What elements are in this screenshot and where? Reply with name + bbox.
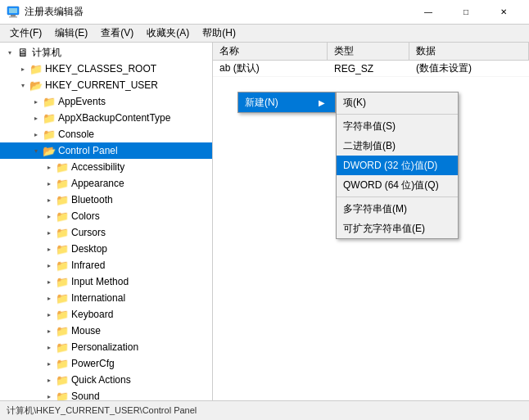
expand-bluetooth[interactable]: [43, 193, 56, 206]
tree-node-accessibility[interactable]: 📁 Accessibility: [0, 159, 212, 175]
tree-label-cursors: Cursors: [71, 227, 106, 238]
right-panel: 名称 类型 数据 ab (默认) REG_SZ (数值未设置) 新建(N) ▶: [213, 43, 529, 400]
tree-node-input-method[interactable]: 📁 Input Method: [0, 273, 212, 290]
menu-view[interactable]: 查看(V): [94, 25, 140, 43]
computer-icon: 🖥: [16, 46, 29, 59]
tree-node-bluetooth[interactable]: 📁 Bluetooth: [0, 192, 212, 208]
app-icon: [7, 6, 20, 19]
expand-quick-actions[interactable]: [43, 373, 56, 386]
window-controls: — □ ✕: [409, 0, 522, 25]
folder-icon-appevents: 📁: [43, 95, 56, 108]
expand-powercfg[interactable]: [43, 357, 56, 370]
maximize-button[interactable]: □: [447, 0, 485, 25]
tree-node-personalization[interactable]: 📁 Personalization: [0, 339, 212, 355]
expand-appevents[interactable]: [29, 95, 43, 108]
window-title: 注册表编辑器: [25, 5, 409, 19]
tree-node-control-panel[interactable]: 📂 Control Panel: [0, 142, 212, 159]
tree-node-powercfg[interactable]: 📁 PowerCfg: [0, 355, 212, 372]
tree-label-appx: AppXBackupContentType: [58, 112, 170, 124]
expand-sound[interactable]: [43, 390, 56, 400]
expand-mouse[interactable]: [43, 324, 56, 337]
tree-node-colors[interactable]: 📁 Colors: [0, 208, 212, 224]
cell-data-default: (数值未设置): [409, 61, 529, 75]
close-button[interactable]: ✕: [485, 0, 522, 25]
tree-label-infrared: Infrared: [71, 260, 105, 271]
expand-classes-root[interactable]: [16, 62, 29, 75]
tree-node-international[interactable]: 📁 International: [0, 290, 212, 306]
folder-icon-classes-root: 📁: [29, 62, 43, 75]
expand-cursors[interactable]: [43, 226, 56, 239]
tree-label-mouse: Mouse: [71, 325, 101, 336]
menu-favorites[interactable]: 收藏夹(A): [140, 25, 196, 43]
header-name: 名称: [213, 43, 328, 61]
tree-label-console: Console: [58, 129, 94, 140]
folder-icon-powercfg: 📁: [56, 357, 69, 370]
menu-file[interactable]: 文件(F): [3, 25, 48, 43]
header-data: 数据: [409, 43, 529, 61]
tree-label-current-user: HKEY_CURRENT_USER: [45, 79, 158, 91]
expand-console[interactable]: [29, 128, 43, 141]
svg-rect-2: [11, 15, 16, 16]
tree-label-personalization: Personalization: [71, 341, 138, 353]
tree-label-appevents: AppEvents: [58, 96, 106, 107]
expand-infrared[interactable]: [43, 259, 56, 272]
folder-icon-console: 📁: [43, 128, 56, 141]
table-row[interactable]: ab (默认) REG_SZ (数值未设置): [213, 61, 529, 77]
tree-node-appevents[interactable]: 📁 AppEvents: [0, 93, 212, 110]
expand-control-panel[interactable]: [29, 144, 43, 157]
tree-label-powercfg: PowerCfg: [71, 358, 115, 369]
tree-node-console[interactable]: 📁 Console: [0, 126, 212, 142]
table-header: 名称 类型 数据: [213, 43, 529, 61]
expand-accessibility[interactable]: [43, 160, 56, 174]
tree-node-desktop[interactable]: 📁 Desktop: [0, 241, 212, 257]
menu-edit[interactable]: 编辑(E): [48, 25, 94, 43]
folder-icon-quick-actions: 📁: [56, 373, 69, 386]
tree-label-appearance: Appearance: [71, 178, 124, 189]
tree-label-accessibility: Accessibility: [71, 161, 124, 173]
tree-node-quick-actions[interactable]: 📁 Quick Actions: [0, 372, 212, 388]
tree-panel[interactable]: 🖥 计算机 📁 HKEY_CLASSES_ROOT 📂 HKEY_CURRENT…: [0, 43, 213, 400]
title-bar: 注册表编辑器 — □ ✕: [0, 0, 529, 25]
expand-computer[interactable]: [3, 46, 16, 59]
tree-node-keyboard[interactable]: 📁 Keyboard: [0, 306, 212, 323]
expand-keyboard[interactable]: [43, 308, 56, 321]
expand-personalization[interactable]: [43, 341, 56, 354]
tree-node-computer[interactable]: 🖥 计算机: [0, 44, 212, 61]
tree-label-sound: Sound: [71, 391, 100, 400]
folder-icon-cursors: 📁: [56, 226, 69, 239]
header-type: 类型: [328, 43, 409, 61]
tree-label-classes-root: HKEY_CLASSES_ROOT: [45, 63, 156, 75]
folder-icon-bluetooth: 📁: [56, 193, 69, 206]
expand-current-user[interactable]: [16, 79, 29, 92]
tree-label-international: International: [71, 292, 125, 304]
folder-icon-infrared: 📁: [56, 259, 69, 272]
minimize-button[interactable]: —: [409, 0, 447, 25]
tree-node-cursors[interactable]: 📁 Cursors: [0, 224, 212, 241]
menu-bar: 文件(F) 编辑(E) 查看(V) 收藏夹(A) 帮助(H): [0, 25, 529, 43]
folder-icon-colors: 📁: [56, 210, 69, 223]
tree-label-input-method: Input Method: [71, 276, 129, 287]
expand-appx[interactable]: [29, 111, 43, 124]
tree-node-infrared[interactable]: 📁 Infrared: [0, 257, 212, 273]
tree-label-control-panel: Control Panel: [58, 145, 118, 156]
menu-help[interactable]: 帮助(H): [196, 25, 242, 43]
tree-node-appearance[interactable]: 📁 Appearance: [0, 175, 212, 192]
main-container: 🖥 计算机 📁 HKEY_CLASSES_ROOT 📂 HKEY_CURRENT…: [0, 43, 529, 400]
expand-international[interactable]: [43, 291, 56, 305]
cell-type-default: REG_SZ: [328, 63, 409, 75]
expand-colors[interactable]: [43, 210, 56, 223]
table-body[interactable]: ab (默认) REG_SZ (数值未设置): [213, 61, 529, 400]
tree-node-classes-root[interactable]: 📁 HKEY_CLASSES_ROOT: [0, 61, 212, 77]
expand-appearance[interactable]: [43, 177, 56, 190]
expand-input-method[interactable]: [43, 275, 56, 288]
tree-node-appx[interactable]: 📁 AppXBackupContentType: [0, 110, 212, 126]
folder-icon-keyboard: 📁: [56, 308, 69, 321]
tree-node-mouse[interactable]: 📁 Mouse: [0, 323, 212, 339]
folder-icon-international: 📁: [56, 291, 69, 305]
cell-name-default: ab (默认): [213, 61, 328, 75]
svg-rect-1: [9, 8, 17, 13]
tree-node-current-user[interactable]: 📂 HKEY_CURRENT_USER: [0, 77, 212, 93]
folder-icon-sound: 📁: [56, 390, 69, 400]
tree-node-sound[interactable]: 📁 Sound: [0, 388, 212, 400]
expand-desktop[interactable]: [43, 242, 56, 255]
